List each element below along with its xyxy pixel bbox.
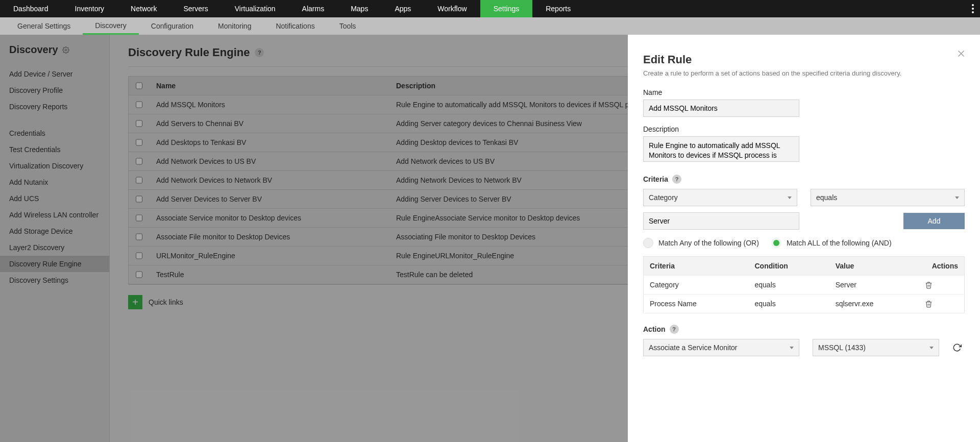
- match-all-label: Match ALL of the following (AND): [787, 239, 892, 247]
- row-checkbox[interactable]: [136, 158, 142, 165]
- subnav-tab[interactable]: Monitoring: [206, 17, 263, 35]
- sidebar-item[interactable]: Add Wireless LAN controller: [0, 207, 109, 223]
- svg-point-0: [65, 49, 67, 51]
- ct-condition: equals: [749, 276, 829, 294]
- ct-criteria: Process Name: [644, 294, 749, 313]
- sidebar-item[interactable]: Layer2 Discovery: [0, 239, 109, 256]
- sidebar-item[interactable]: Discovery Settings: [0, 272, 109, 288]
- criteria-value-input[interactable]: [643, 212, 799, 230]
- subnav-tab[interactable]: Configuration: [139, 17, 206, 35]
- row-name: Associate Service monitor to Desktop dev…: [149, 209, 389, 227]
- sub-nav: General SettingsDiscoveryConfigurationMo…: [0, 17, 980, 35]
- subnav-tab[interactable]: Tools: [327, 17, 369, 35]
- row-name: Associate File monitor to Desktop Device…: [149, 228, 389, 246]
- topnav-tab-settings[interactable]: Settings: [480, 0, 533, 17]
- row-checkbox[interactable]: [136, 214, 142, 222]
- add-criteria-button[interactable]: Add: [903, 213, 965, 229]
- sidebar-title: Discovery: [0, 44, 109, 61]
- topnav-tab-virtualization[interactable]: Virtualization: [222, 0, 289, 17]
- chevron-down-icon: [790, 347, 794, 349]
- col-name: Name: [149, 77, 389, 95]
- criteria-field-value: Category: [649, 193, 678, 202]
- row-checkbox[interactable]: [136, 177, 142, 184]
- action-value-text: MSSQL (1433): [818, 343, 866, 352]
- row-checkbox[interactable]: [136, 195, 142, 203]
- rule-name-input[interactable]: [643, 100, 799, 117]
- row-checkbox[interactable]: [136, 120, 142, 127]
- ct-value: sqlservr.exe: [829, 294, 919, 313]
- row-checkbox[interactable]: [136, 252, 142, 259]
- chevron-down-icon: [788, 197, 792, 199]
- sidebar-group-1: Add Device / ServerDiscovery ProfileDisc…: [0, 61, 109, 120]
- sidebar-item[interactable]: Credentials: [0, 125, 109, 141]
- subnav-tab[interactable]: Notifications: [263, 17, 327, 35]
- close-icon[interactable]: [955, 48, 967, 59]
- row-checkbox[interactable]: [136, 139, 142, 146]
- chevron-down-icon: [955, 197, 959, 199]
- criteria-condition-value: equals: [816, 193, 837, 202]
- trash-icon[interactable]: [925, 281, 959, 289]
- sidebar-item[interactable]: Add Storage Device: [0, 223, 109, 239]
- topnav-tab-servers[interactable]: Servers: [170, 0, 221, 17]
- select-all-checkbox-cell: [129, 77, 149, 95]
- subnav-tab[interactable]: General Settings: [5, 17, 83, 35]
- match-all-radio[interactable]: [771, 238, 781, 248]
- page-title: Discovery Rule Engine ?: [128, 46, 264, 59]
- refresh-icon[interactable]: [952, 343, 962, 352]
- sidebar-item[interactable]: Test Credentials: [0, 141, 109, 158]
- sidebar-item[interactable]: Add Device / Server: [0, 66, 109, 82]
- ct-col-actions: Actions: [919, 257, 965, 276]
- criteria-condition-select[interactable]: equals: [811, 189, 965, 206]
- workspace: Discovery Add Device / ServerDiscovery P…: [0, 35, 980, 442]
- topnav-tab-dashboard[interactable]: Dashboard: [0, 0, 62, 17]
- criteria-row: Process Nameequalssqlservr.exe: [644, 294, 965, 313]
- action-value-select[interactable]: MSSQL (1433): [813, 339, 939, 356]
- ct-col-condition: Condition: [749, 257, 829, 276]
- row-name: Add Desktops to Tenkasi BV: [149, 133, 389, 152]
- kebab-menu-icon[interactable]: [972, 0, 974, 17]
- match-any-radio[interactable]: [643, 238, 653, 248]
- row-checkbox[interactable]: [136, 233, 142, 240]
- sidebar-group-2: CredentialsTest CredentialsVirtualizatio…: [0, 120, 109, 293]
- trash-icon[interactable]: [925, 300, 959, 308]
- sidebar-item[interactable]: Discovery Rule Engine: [0, 256, 109, 272]
- topnav-tab-inventory[interactable]: Inventory: [62, 0, 118, 17]
- sidebar-item[interactable]: Add UCS: [0, 190, 109, 207]
- chevron-down-icon: [929, 347, 934, 349]
- select-all-checkbox[interactable]: [136, 82, 142, 89]
- gear-icon[interactable]: [62, 46, 69, 54]
- topnav-tab-maps[interactable]: Maps: [337, 0, 381, 17]
- criteria-table: Criteria Condition Value Actions Categor…: [643, 256, 965, 313]
- help-icon[interactable]: ?: [672, 175, 681, 184]
- sidebar-item[interactable]: Discovery Profile: [0, 82, 109, 99]
- topnav-tab-workflow[interactable]: Workflow: [424, 0, 480, 17]
- subnav-tab[interactable]: Discovery: [83, 17, 138, 35]
- quick-links-label: Quick links: [149, 298, 183, 306]
- rule-description-input[interactable]: [643, 136, 799, 162]
- help-icon[interactable]: ?: [255, 48, 264, 57]
- sidebar: Discovery Add Device / ServerDiscovery P…: [0, 35, 110, 442]
- name-label: Name: [643, 88, 965, 96]
- topnav-tab-apps[interactable]: Apps: [381, 0, 424, 17]
- topnav-tab-alarms[interactable]: Alarms: [289, 0, 338, 17]
- page-title-text: Discovery Rule Engine: [128, 46, 250, 59]
- topnav-tab-network[interactable]: Network: [117, 0, 170, 17]
- criteria-field-select[interactable]: Category: [643, 189, 797, 206]
- row-name: TestRule: [149, 265, 389, 284]
- plus-icon[interactable]: +: [128, 295, 142, 309]
- sidebar-item[interactable]: Virtualization Discovery: [0, 158, 109, 174]
- ct-col-criteria: Criteria: [644, 257, 749, 276]
- action-section-header: Action ?: [643, 325, 965, 334]
- ct-condition: equals: [749, 294, 829, 313]
- row-checkbox[interactable]: [136, 271, 142, 278]
- sidebar-item[interactable]: Discovery Reports: [0, 99, 109, 115]
- action-type-select[interactable]: Associate a Service Monitor: [643, 339, 799, 356]
- criteria-row: CategoryequalsServer: [644, 276, 965, 294]
- topnav-tab-reports[interactable]: Reports: [532, 0, 584, 17]
- sidebar-item[interactable]: Add Nutanix: [0, 174, 109, 190]
- row-name: Add Servers to Chennai BV: [149, 114, 389, 133]
- row-checkbox[interactable]: [136, 101, 142, 108]
- edit-rule-panel: Edit Rule Create a rule to perform a set…: [628, 35, 980, 442]
- help-icon[interactable]: ?: [670, 325, 679, 334]
- row-name: Add Network Devices to US BV: [149, 152, 389, 170]
